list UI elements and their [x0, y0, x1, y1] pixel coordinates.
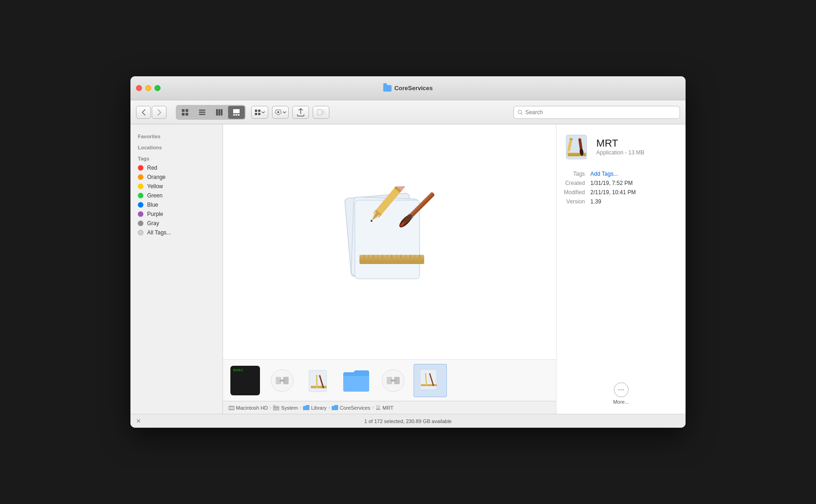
toolbar [130, 100, 686, 124]
svg-rect-72 [273, 406, 279, 411]
modified-value: 2/11/19, 10:41 PM [590, 189, 678, 196]
back-button[interactable] [136, 106, 151, 119]
tag-label-purple: Purple [147, 211, 163, 217]
svg-rect-16 [255, 113, 257, 115]
svg-rect-74 [274, 407, 275, 408]
tag-label-gray: Gray [147, 220, 159, 227]
svg-rect-12 [235, 114, 237, 116]
svg-rect-19 [317, 110, 322, 115]
tag-label-green: Green [147, 192, 162, 199]
thumb-app-small[interactable] [303, 364, 336, 397]
thumb-plugin[interactable] [266, 364, 299, 397]
tag-item-blue[interactable]: Blue [130, 200, 223, 209]
svg-rect-7 [216, 109, 218, 116]
svg-rect-76 [278, 407, 278, 408]
red-dot [138, 165, 143, 171]
version-label: Version [564, 198, 585, 205]
svg-point-21 [518, 110, 522, 114]
svg-rect-73 [273, 405, 276, 406]
group-by-button[interactable] [251, 106, 268, 119]
title-bar: CoreServices [130, 76, 686, 100]
maximize-button[interactable] [155, 85, 161, 91]
main-file-icon[interactable] [329, 182, 450, 302]
file-browser [223, 124, 556, 359]
svg-rect-0 [182, 109, 185, 112]
breadcrumb-macintosh-hd[interactable]: Macintosh HD [229, 405, 268, 411]
mrt-selected-icon [417, 368, 443, 393]
window-title: CoreServices [394, 85, 433, 92]
tag-item-yellow[interactable]: Yellow [130, 182, 223, 191]
breadcrumb-system-label: System [281, 405, 298, 411]
version-value: 1.39 [590, 198, 678, 205]
tag-item-red[interactable]: Red [130, 163, 223, 172]
tag-item-all[interactable]: All Tags... [130, 228, 223, 237]
svg-rect-66 [420, 369, 437, 390]
gallery-view-button[interactable] [228, 106, 245, 119]
search-box[interactable] [513, 106, 680, 119]
plugin-icon [269, 368, 295, 393]
folder-icon [341, 368, 371, 393]
breadcrumb-library-label: Library [311, 405, 327, 411]
breadcrumb-system[interactable]: System [273, 405, 298, 411]
modified-label: Modified [564, 189, 585, 196]
breadcrumb-sep-4: › [372, 405, 373, 410]
list-view-button[interactable] [194, 106, 210, 119]
close-button[interactable] [136, 85, 142, 91]
minimize-button[interactable] [145, 85, 151, 91]
thumbnail-strip: exec [223, 359, 556, 401]
title-folder-icon [383, 85, 391, 92]
more-button[interactable]: ··· More... [564, 382, 678, 405]
thumb-mrt-selected[interactable] [414, 364, 447, 397]
icon-view-button[interactable] [177, 106, 193, 119]
svg-rect-6 [199, 114, 205, 115]
action-button[interactable] [272, 106, 289, 119]
share-button[interactable] [292, 106, 309, 119]
forward-button[interactable] [152, 106, 167, 119]
tag-item-green[interactable]: Green [130, 191, 223, 200]
breadcrumb-hd-label: Macintosh HD [236, 405, 268, 411]
svg-rect-58 [309, 370, 327, 392]
tag-button[interactable] [313, 106, 329, 119]
info-panel: MRT Application - 13 MB Tags Add Tags...… [556, 124, 686, 414]
system-folder-icon [273, 405, 279, 411]
svg-rect-8 [218, 109, 220, 116]
window-title-area: CoreServices [383, 85, 433, 92]
info-title-group: MRT Application - 13 MB [596, 137, 644, 156]
svg-rect-17 [258, 113, 260, 115]
mrt-app-icon-small [376, 405, 381, 411]
svg-rect-4 [199, 110, 205, 111]
thumb-folder[interactable] [340, 364, 373, 397]
svg-rect-75 [276, 407, 277, 408]
more-circle-icon: ··· [614, 382, 629, 397]
svg-rect-20 [323, 111, 325, 114]
yellow-dot [138, 184, 143, 189]
svg-rect-3 [185, 113, 188, 116]
svg-rect-11 [233, 114, 235, 116]
tag-item-orange[interactable]: Orange [130, 172, 223, 182]
info-app-meta: Application - 13 MB [596, 149, 644, 156]
tag-label-all: All Tags... [147, 229, 171, 236]
breadcrumb-sep-3: › [328, 405, 330, 410]
hdd-icon [229, 406, 235, 410]
breadcrumb-sep-1: › [270, 405, 271, 410]
svg-rect-57 [279, 380, 285, 381]
app-small-icon [306, 368, 332, 393]
column-view-button[interactable] [211, 106, 228, 119]
tags-value[interactable]: Add Tags... [590, 171, 678, 177]
breadcrumb-coreservices-label: CoreServices [340, 405, 370, 411]
favorites-label: Favorites [130, 130, 223, 141]
breadcrumb-library[interactable]: Library [303, 405, 327, 411]
tools-icon: ✕ [136, 418, 141, 424]
svg-rect-5 [199, 111, 205, 113]
thumb-terminal[interactable]: exec [229, 364, 262, 397]
tag-item-gray[interactable]: Gray [130, 219, 223, 228]
locations-label: Locations [130, 141, 223, 152]
nav-buttons [136, 106, 167, 119]
svg-rect-1 [185, 109, 188, 112]
svg-rect-2 [182, 113, 185, 116]
thumb-plugin2[interactable] [377, 364, 410, 397]
breadcrumb-coreservices[interactable]: CoreServices [332, 405, 370, 411]
search-input[interactable] [525, 109, 676, 116]
breadcrumb-mrt[interactable]: MRT [376, 405, 394, 411]
tag-item-purple[interactable]: Purple [130, 209, 223, 219]
